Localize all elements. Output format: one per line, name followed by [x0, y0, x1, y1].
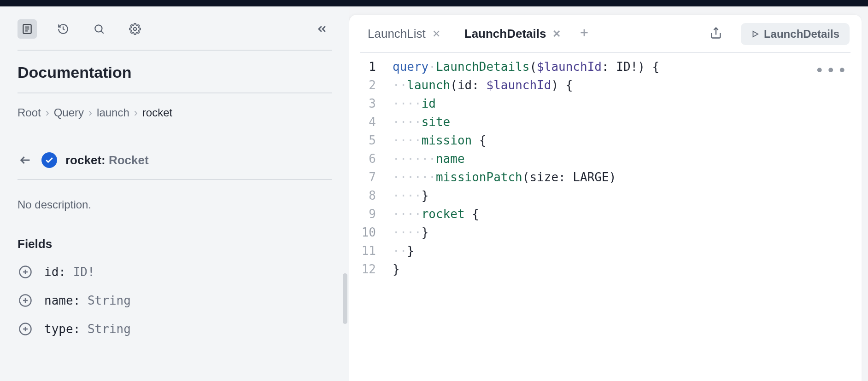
tab-label: LaunchList: [368, 27, 426, 41]
svg-marker-20: [753, 31, 758, 37]
gear-icon[interactable]: [125, 19, 145, 39]
close-tab-icon[interactable]: ✕: [552, 28, 561, 40]
history-icon[interactable]: [53, 19, 73, 39]
fields-heading: Fields: [18, 237, 332, 251]
chevron-right-icon: ›: [88, 106, 92, 119]
breadcrumb-item[interactable]: launch: [97, 106, 129, 119]
add-field-icon[interactable]: [18, 264, 33, 280]
run-operation-button[interactable]: LaunchDetails: [741, 23, 850, 45]
add-tab-button[interactable]: [574, 26, 595, 42]
editor-panel: LaunchList✕LaunchDetails✕ LaunchDetails …: [349, 15, 862, 381]
line-number: 10: [349, 223, 376, 242]
editor-tabbar: LaunchList✕LaunchDetails✕ LaunchDetails: [349, 15, 862, 46]
code-line[interactable]: query·LaunchDetails($launchId: ID!) {: [393, 58, 659, 76]
line-number: 2: [349, 76, 376, 94]
line-gutter: 123456789101112: [349, 58, 376, 278]
chevron-right-icon: ›: [46, 106, 49, 119]
divider: [18, 179, 332, 180]
line-number: 1: [349, 58, 376, 76]
docs-icon[interactable]: [18, 19, 37, 39]
line-number: 12: [349, 260, 376, 278]
field-name: rocket: [65, 153, 101, 167]
line-number: 9: [349, 205, 376, 223]
error-squiggle: [405, 239, 413, 240]
code-line[interactable]: }: [393, 260, 659, 278]
breadcrumb-item[interactable]: Query: [54, 106, 84, 119]
line-number: 8: [349, 186, 376, 205]
editor-tab[interactable]: LaunchList✕: [364, 22, 444, 46]
line-number: 7: [349, 168, 376, 186]
window-titlebar: [0, 0, 868, 6]
svg-line-5: [101, 31, 104, 34]
field-row: type: String: [18, 321, 332, 337]
svg-point-4: [95, 25, 102, 32]
tab-label: LaunchDetails: [464, 27, 546, 41]
back-icon[interactable]: [18, 154, 33, 167]
code-line[interactable]: ····}: [393, 223, 659, 242]
run-label: LaunchDetails: [764, 28, 839, 40]
selected-check-icon: [41, 152, 57, 168]
code-line[interactable]: ····site: [393, 113, 659, 131]
scrollbar-thumb[interactable]: [343, 273, 347, 324]
code-line[interactable]: ····rocket {: [393, 205, 659, 223]
sidebar-toolbar: [18, 19, 332, 39]
code-editor[interactable]: ••• 123456789101112 query·LaunchDetails(…: [349, 53, 862, 278]
documentation-sidebar: Documentation Root›Query›launch›rocket r…: [0, 6, 349, 381]
divider: [18, 92, 332, 93]
field-signature[interactable]: id: ID!: [44, 265, 95, 279]
search-icon[interactable]: [89, 19, 109, 39]
divider: [18, 50, 332, 51]
line-number: 3: [349, 94, 376, 113]
share-icon[interactable]: [707, 24, 725, 44]
chevron-right-icon: ›: [134, 106, 138, 119]
breadcrumb-item[interactable]: Root: [18, 106, 41, 119]
field-signature[interactable]: type: String: [44, 322, 131, 336]
line-number: 5: [349, 131, 376, 150]
close-tab-icon[interactable]: ✕: [432, 28, 440, 40]
type-header: rocket: Rocket: [18, 152, 332, 168]
field-row: id: ID!: [18, 264, 332, 280]
type-description: No description.: [18, 198, 332, 211]
breadcrumb: Root›Query›launch›rocket: [18, 106, 332, 119]
collapse-sidebar-icon[interactable]: [312, 19, 332, 39]
documentation-title: Documentation: [18, 64, 332, 81]
add-field-icon[interactable]: [18, 293, 33, 308]
line-number: 6: [349, 150, 376, 168]
code-line[interactable]: ··launch(id: $launchId) {: [393, 76, 659, 94]
more-menu-icon[interactable]: •••: [815, 61, 849, 80]
code-line[interactable]: ····}: [393, 186, 659, 205]
code-line[interactable]: ··}: [393, 242, 659, 260]
code-line[interactable]: ······missionPatch(size: LARGE): [393, 168, 659, 186]
type-name[interactable]: Rocket: [109, 153, 149, 167]
code-line[interactable]: ····id: [393, 94, 659, 113]
code-content[interactable]: query·LaunchDetails($launchId: ID!) {··l…: [376, 58, 659, 278]
svg-point-6: [134, 28, 137, 31]
editor-tab[interactable]: LaunchDetails✕: [461, 22, 565, 46]
type-label: rocket: Rocket: [65, 153, 149, 167]
line-number: 11: [349, 242, 376, 260]
field-signature[interactable]: name: String: [44, 294, 131, 307]
line-number: 4: [349, 113, 376, 131]
field-row: name: String: [18, 293, 332, 308]
code-line[interactable]: ····mission {: [393, 131, 659, 150]
code-line[interactable]: ······name: [393, 150, 659, 168]
breadcrumb-item[interactable]: rocket: [142, 106, 172, 119]
add-field-icon[interactable]: [18, 321, 33, 337]
